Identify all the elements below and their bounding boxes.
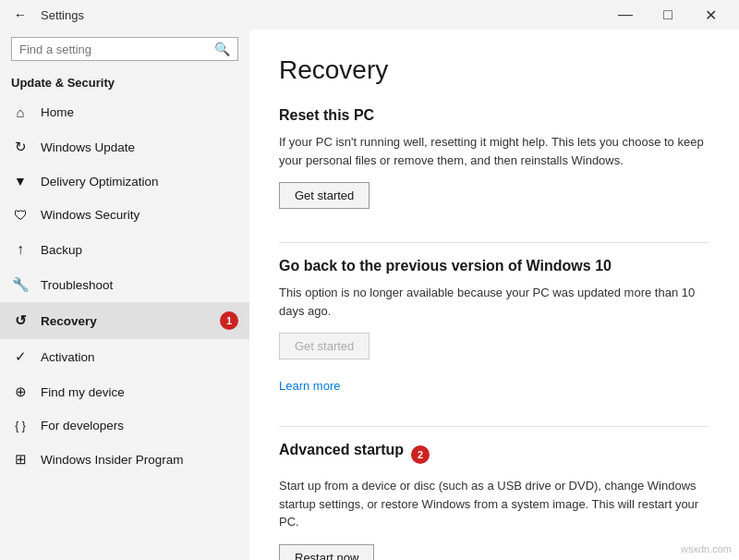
learn-more-link[interactable]: Learn more bbox=[279, 379, 340, 393]
minimize-button[interactable]: — bbox=[604, 0, 647, 30]
page-title: Recovery bbox=[279, 55, 709, 85]
sidebar-label-delivery-optimization: Delivery Optimization bbox=[41, 175, 159, 189]
troubleshoot-icon: 🔧 bbox=[11, 276, 30, 293]
search-icon: 🔍 bbox=[214, 42, 230, 56]
activation-icon: ✓ bbox=[11, 348, 30, 365]
main-panel: Recovery Reset this PC If your PC isn't … bbox=[249, 30, 739, 560]
sidebar-item-delivery-optimization[interactable]: ▼ Delivery Optimization bbox=[0, 164, 249, 198]
search-box-wrap: 🔍 bbox=[0, 30, 249, 68]
minimize-icon: — bbox=[618, 6, 633, 23]
find-device-icon: ⊕ bbox=[11, 383, 30, 400]
developers-icon: { } bbox=[11, 420, 30, 432]
windows-security-icon: 🛡 bbox=[11, 207, 30, 223]
sidebar-item-insider[interactable]: ⊞ Windows Insider Program bbox=[0, 442, 249, 477]
sidebar-label-developers: For developers bbox=[41, 419, 124, 432]
advanced-startup-title-row: Advanced startup 2 bbox=[279, 442, 709, 468]
sidebar-label-troubleshoot: Troubleshoot bbox=[41, 278, 113, 292]
sidebar-item-recovery[interactable]: ↺ Recovery 1 bbox=[0, 302, 249, 339]
advanced-startup-desc: Start up from a device or disc (such as … bbox=[279, 477, 709, 531]
sidebar-label-find-device: Find my device bbox=[41, 385, 125, 399]
sidebar-label-windows-security: Windows Security bbox=[41, 208, 139, 222]
advanced-startup-badge: 2 bbox=[411, 445, 430, 464]
title-bar-left: ← Settings bbox=[7, 2, 84, 28]
maximize-icon: □ bbox=[663, 6, 672, 23]
go-back-button[interactable]: Get started bbox=[279, 333, 370, 359]
reset-pc-button[interactable]: Get started bbox=[279, 182, 370, 209]
app-body: 🔍 Update & Security ⌂ Home ↻ Windows Upd… bbox=[0, 30, 739, 560]
title-bar-title: Settings bbox=[41, 8, 84, 22]
sidebar-item-windows-security[interactable]: 🛡 Windows Security bbox=[0, 198, 249, 232]
sidebar-label-home: Home bbox=[41, 105, 74, 119]
delivery-optimization-icon: ▼ bbox=[11, 174, 30, 189]
go-back-desc: This option is no longer available becau… bbox=[279, 284, 709, 320]
sidebar-item-home[interactable]: ⌂ Home bbox=[0, 95, 249, 129]
advanced-startup-title: Advanced startup bbox=[279, 442, 404, 458]
close-button[interactable]: ✕ bbox=[689, 0, 732, 30]
recovery-icon: ↺ bbox=[11, 312, 30, 329]
divider-2 bbox=[279, 426, 709, 427]
sidebar-item-backup[interactable]: ↑ Backup bbox=[0, 232, 249, 267]
sidebar-label-windows-update: Windows Update bbox=[41, 140, 135, 154]
restart-now-button[interactable]: Restart now bbox=[279, 544, 374, 561]
recovery-badge: 1 bbox=[220, 311, 238, 330]
home-icon: ⌂ bbox=[11, 104, 30, 120]
search-box[interactable]: 🔍 bbox=[11, 37, 238, 61]
sidebar-label-activation: Activation bbox=[41, 350, 95, 364]
sidebar: 🔍 Update & Security ⌂ Home ↻ Windows Upd… bbox=[0, 30, 249, 560]
title-bar-controls: — □ ✕ bbox=[604, 0, 732, 30]
back-button[interactable]: ← bbox=[7, 2, 33, 28]
sidebar-section-label: Update & Security bbox=[0, 68, 249, 95]
sidebar-label-recovery: Recovery bbox=[41, 314, 97, 328]
backup-icon: ↑ bbox=[11, 241, 30, 258]
title-bar: ← Settings — □ ✕ bbox=[0, 0, 739, 30]
sidebar-label-insider: Windows Insider Program bbox=[41, 453, 184, 467]
sidebar-item-find-device[interactable]: ⊕ Find my device bbox=[0, 374, 249, 409]
sidebar-item-developers[interactable]: { } For developers bbox=[0, 409, 249, 442]
reset-pc-desc: If your PC isn't running well, resetting… bbox=[279, 133, 709, 169]
divider-1 bbox=[279, 242, 709, 243]
close-icon: ✕ bbox=[705, 6, 717, 24]
insider-icon: ⊞ bbox=[11, 451, 30, 468]
back-icon: ← bbox=[14, 7, 27, 22]
search-input[interactable] bbox=[19, 43, 214, 56]
reset-pc-title: Reset this PC bbox=[279, 107, 709, 124]
windows-update-icon: ↻ bbox=[11, 139, 30, 155]
sidebar-label-backup: Backup bbox=[41, 243, 82, 257]
sidebar-item-activation[interactable]: ✓ Activation bbox=[0, 339, 249, 374]
sidebar-item-windows-update[interactable]: ↻ Windows Update bbox=[0, 129, 249, 164]
sidebar-item-troubleshoot[interactable]: 🔧 Troubleshoot bbox=[0, 267, 249, 302]
maximize-button[interactable]: □ bbox=[647, 0, 689, 30]
go-back-title: Go back to the previous version of Windo… bbox=[279, 258, 709, 274]
